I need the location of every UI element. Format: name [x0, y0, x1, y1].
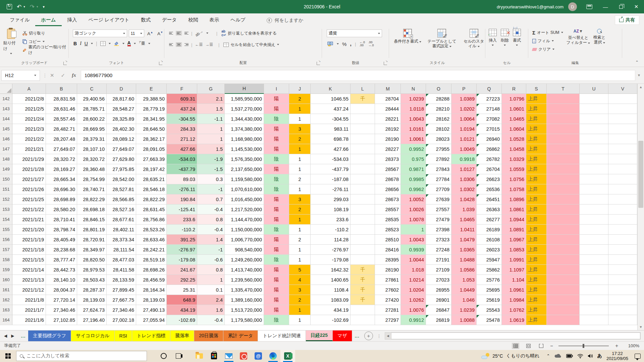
cell-F152[interactable]: 190.84 — [167, 194, 197, 204]
cell-U150[interactable] — [580, 174, 608, 184]
page-break-view-icon[interactable] — [537, 343, 545, 349]
sheet-tab-4[interactable]: 騰落率 — [170, 330, 194, 341]
cell-G156[interactable]: 1.4 — [197, 235, 225, 245]
cell-M156[interactable]: 28510 — [375, 235, 401, 245]
cell-S162[interactable]: 上昇 — [526, 295, 547, 305]
cell-D154[interactable]: 28,677.61 — [107, 215, 136, 225]
cell-O161[interactable]: 26955 — [426, 285, 451, 295]
cell-A158[interactable]: 2021/1/15 — [12, 255, 46, 265]
cell-L143[interactable] — [351, 104, 375, 114]
cell-P151[interactable]: 1.0302 — [451, 184, 477, 194]
cell-O144[interactable]: 28162 — [426, 114, 451, 124]
cell-styles-button[interactable]: 🖉 セルのスタイル — [462, 26, 485, 48]
cell-F148[interactable]: -534.03 — [167, 154, 197, 164]
cell-C148[interactable]: 28,320.72 — [77, 154, 107, 164]
cell-Q143[interactable]: 27148 — [477, 104, 502, 114]
cell-O153[interactable]: 27557 — [426, 204, 451, 215]
row-header-146[interactable]: 146 — [0, 134, 12, 144]
cell-N142[interactable]: 1.0239 — [401, 94, 426, 104]
cell-H163[interactable]: 1,513,720,000 — [225, 305, 264, 315]
cell-J163[interactable]: 1 — [289, 305, 311, 315]
cell-S146[interactable]: 上昇 — [526, 134, 547, 144]
formula-input[interactable]: 1089677900 — [81, 70, 635, 81]
cell-S163[interactable]: 上昇 — [526, 305, 547, 315]
zoom-out-icon[interactable]: − — [550, 343, 553, 349]
cell-V153[interactable] — [608, 204, 637, 215]
cell-V162[interactable] — [608, 295, 637, 305]
cell-R153[interactable]: 1.0861 — [502, 204, 526, 215]
conditional-formatting-button[interactable]: ≠ 条件付き書式 — [394, 26, 421, 48]
cell-F154[interactable]: 233.6 — [167, 215, 197, 225]
cell-T156[interactable] — [547, 235, 580, 245]
cell-B146[interactable]: 28,207.48 — [46, 134, 77, 144]
cell-G155[interactable]: -0.4 — [197, 225, 225, 235]
cell-Q159[interactable]: 25862 — [477, 265, 502, 275]
cell-V164[interactable] — [608, 315, 637, 325]
cell-N148[interactable]: 0.975 — [401, 154, 426, 164]
cell-M160[interactable]: 27861 — [375, 275, 401, 285]
cell-A147[interactable]: 2021/2/1 — [12, 144, 46, 154]
cell-O145[interactable]: 28102 — [426, 124, 451, 134]
cell-N155[interactable]: 1 — [401, 225, 426, 235]
cell-U149[interactable] — [580, 164, 608, 174]
cell-A162[interactable]: 2021/1/8 — [12, 295, 46, 305]
cell-F142[interactable]: 609.31 — [167, 94, 197, 104]
cell-J147[interactable]: 1 — [289, 144, 311, 154]
cell-V142[interactable] — [608, 94, 637, 104]
cell-K148[interactable]: -534.03 — [311, 154, 351, 164]
cell-L150[interactable] — [351, 174, 375, 184]
cell-I148[interactable]: 陰 — [264, 154, 289, 164]
cell-C153[interactable]: 28,698.18 — [77, 204, 107, 215]
format-cells-button[interactable]: |↔| 書式 — [513, 26, 521, 46]
cell-O156[interactable]: 27323 — [426, 235, 451, 245]
cell-O154[interactable]: 27479 — [426, 215, 451, 225]
column-header-Q[interactable]: Q — [477, 84, 502, 94]
cell-B148[interactable]: 28,320.72 — [46, 154, 77, 164]
confirm-entry-icon[interactable]: ✓ — [61, 72, 65, 78]
cell-H155[interactable]: 1,150,000,000 — [225, 225, 264, 235]
cell-Q163[interactable]: 25543 — [477, 305, 502, 315]
cell-G142[interactable]: 2.1 — [197, 94, 225, 104]
cell-R163[interactable]: 1.0762 — [502, 305, 526, 315]
cell-J164[interactable]: 1 — [289, 315, 311, 325]
cell-M157[interactable]: 28416 — [375, 245, 401, 255]
minimize-button[interactable]: — — [598, 0, 613, 13]
cell-C146[interactable]: 28,379.31 — [77, 134, 107, 144]
increase-font-icon[interactable]: A▲ — [146, 31, 154, 36]
cell-N152[interactable]: 1.0052 — [401, 194, 426, 204]
cell-I146[interactable]: 陽 — [264, 134, 289, 144]
red-app-button[interactable] — [236, 350, 251, 362]
cell-N158[interactable]: 1.0044 — [401, 255, 426, 265]
increase-decimal-icon[interactable]: ←.0.00 — [359, 41, 365, 47]
cell-S155[interactable]: 上昇 — [526, 225, 547, 235]
cell-I155[interactable]: 陰 — [264, 225, 289, 235]
cell-S143[interactable]: 上昇 — [526, 104, 547, 114]
cell-T150[interactable] — [547, 174, 580, 184]
cell-U147[interactable] — [580, 144, 608, 154]
cell-I163[interactable]: 陽 — [264, 305, 289, 315]
cell-M164[interactable]: 27297 — [375, 315, 401, 325]
cell-C164[interactable]: 27,196.40 — [77, 315, 107, 325]
cell-L148[interactable] — [351, 154, 375, 164]
cell-H143[interactable]: 1,537,270,000 — [225, 104, 264, 114]
cell-F146[interactable]: 271.12 — [167, 134, 197, 144]
scroll-down-icon[interactable]: ▼ — [639, 325, 643, 329]
cell-D145[interactable]: 28,402.30 — [107, 124, 136, 134]
cell-B156[interactable]: 28,405.49 — [46, 235, 77, 245]
cell-U158[interactable] — [580, 255, 608, 265]
cell-E149[interactable]: 28,197.42 — [136, 164, 167, 174]
cell-K149[interactable]: -437.79 — [311, 164, 351, 174]
cell-G146[interactable]: 1 — [197, 134, 225, 144]
cell-A145[interactable]: 2021/2/3 — [12, 124, 46, 134]
cell-J157[interactable]: 1 — [289, 245, 311, 255]
cell-F163[interactable]: 434.19 — [167, 305, 197, 315]
cell-I156[interactable]: 陽 — [264, 235, 289, 245]
taskbar-search[interactable]: ここに入力して検索 — [16, 351, 147, 361]
cell-J151[interactable]: 1 — [289, 184, 311, 194]
zoom-slider[interactable] — [558, 346, 609, 346]
cell-F157[interactable]: -276.97 — [167, 245, 197, 255]
at-menu-button[interactable]: @ — [251, 350, 266, 362]
cell-U161[interactable] — [580, 285, 608, 295]
row-header-156[interactable]: 156 — [0, 235, 12, 245]
cell-M147[interactable]: 28227 — [375, 144, 401, 154]
